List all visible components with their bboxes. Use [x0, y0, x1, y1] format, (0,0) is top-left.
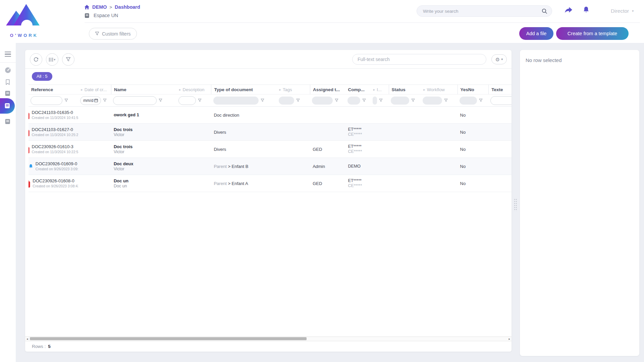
share-icon[interactable] [564, 7, 573, 15]
funnel-icon [66, 57, 71, 62]
add-file-button[interactable]: Add a file [519, 27, 553, 40]
filter-select-tags[interactable] [279, 97, 294, 105]
user-role-dropdown[interactable]: Director ▾ [611, 8, 634, 14]
sidebar-item-library-1[interactable] [5, 90, 11, 98]
column-header-workflow[interactable]: ▸Workflow [421, 85, 457, 94]
cell-description [176, 175, 211, 192]
filter-input-description[interactable] [178, 96, 196, 105]
filter-button[interactable] [62, 53, 74, 66]
cell-i [371, 107, 389, 123]
filter-funnel-icon[interactable] [411, 99, 415, 102]
cell-reference: DOC230926-01610-3Created on 11/3/2024 10… [29, 141, 78, 158]
notifications-bell-icon[interactable] [583, 6, 590, 15]
breadcrumb-root[interactable]: DEMO [92, 4, 107, 10]
filter-funnel-icon[interactable] [479, 99, 483, 102]
cell-status [389, 124, 421, 140]
column-header-type[interactable]: Type of document [211, 85, 276, 94]
scroll-left-arrow[interactable]: ◂ [26, 337, 28, 341]
filter-input-date[interactable]: mm/d [80, 96, 101, 105]
search-icon[interactable] [541, 8, 547, 15]
sidebar-item-dashboard[interactable] [5, 67, 11, 75]
cell-date [78, 175, 111, 192]
filter-funnel-icon[interactable] [261, 99, 264, 102]
filter-funnel-icon[interactable] [64, 99, 68, 102]
column-header-i[interactable]: ▸I... [371, 85, 389, 94]
table-row[interactable]: DOC230926-01610-3Created on 11/3/2024 10… [29, 141, 512, 158]
filter-funnel-icon[interactable] [444, 99, 448, 102]
column-header-description[interactable]: ▸Description [176, 85, 211, 94]
table-row[interactable]: DOC241103-01635-0Created on 11/3/2024 10… [29, 107, 512, 124]
filter-cell-status [389, 95, 421, 106]
filter-funnel-icon[interactable] [198, 99, 202, 102]
filter-funnel-icon[interactable] [362, 99, 366, 102]
filter-cell-company [345, 95, 371, 106]
filter-input-name[interactable] [113, 96, 157, 105]
filter-funnel-icon[interactable] [379, 99, 383, 102]
cell-company: ET*****CE***** [345, 124, 371, 140]
cell-tags [277, 141, 310, 158]
scrollbar-thumb[interactable] [30, 337, 307, 340]
column-header-company[interactable]: Comp... [345, 85, 371, 94]
sidebar-item-bookmarks[interactable] [5, 79, 11, 86]
filter-select-status[interactable] [391, 97, 409, 105]
filter-cell-i [371, 95, 389, 106]
filter-input-texte[interactable] [490, 96, 512, 105]
pdf-file-icon [29, 145, 30, 154]
cell-name: Doc deuxVictor [111, 158, 176, 175]
sidebar-item-library-2[interactable] [5, 119, 11, 126]
cell-name: Doc troisVictor [111, 141, 176, 158]
pdf-file-icon [29, 128, 30, 136]
filter-select-yesno[interactable] [460, 97, 477, 105]
chevron-down-icon: ▾ [501, 58, 503, 61]
home-icon[interactable] [84, 5, 90, 10]
table-row[interactable]: DOC241103-01627-0Created on 11/3/2024 10… [29, 124, 512, 141]
column-header-status[interactable]: Status [389, 85, 421, 94]
settings-gear-button[interactable]: ⚙ ▾ [491, 54, 507, 64]
column-label: Status [392, 87, 406, 92]
column-header-tags[interactable]: ▸Tags [277, 85, 310, 94]
column-header-reference[interactable]: Reference [29, 85, 78, 94]
filter-cell-description [176, 95, 211, 106]
filter-cell-yesno [458, 95, 489, 106]
column-label: Comp... [348, 87, 365, 92]
filter-input-reference[interactable] [31, 96, 62, 105]
filter-select-assigned[interactable] [312, 97, 333, 105]
column-header-yesno[interactable]: YesNo [458, 85, 489, 94]
cell-company: ET*****CE***** [345, 141, 371, 158]
column-header-name[interactable]: Name [111, 85, 176, 94]
scroll-right-arrow[interactable]: ▸ [508, 337, 510, 341]
fulltext-search-input[interactable]: Full-text search [352, 54, 486, 65]
book-icon [5, 119, 11, 124]
sidebar-item-documents-active[interactable] [0, 98, 15, 114]
horizontal-scrollbar[interactable]: ◂ ▸ [25, 337, 512, 341]
menu-toggle-button[interactable] [5, 52, 11, 58]
cell-i [371, 175, 389, 192]
cell-name: owork ged 1 [111, 107, 176, 123]
panel-resize-handle[interactable] [514, 198, 517, 211]
filter-select-type[interactable] [213, 97, 259, 105]
table-row[interactable]: DOC230926-01608-0Created on 9/26/2023 3:… [29, 175, 512, 192]
filter-select-i[interactable] [373, 97, 377, 105]
owork-logo[interactable]: O'WORK [5, 2, 44, 42]
breadcrumb-current[interactable]: Dashboard [115, 4, 140, 10]
filter-select-workflow[interactable] [423, 97, 442, 105]
cell-status [389, 175, 421, 192]
global-search-input[interactable]: Write your search [417, 5, 552, 17]
cell-yesno: No [458, 175, 489, 192]
filter-funnel-icon[interactable] [159, 99, 162, 102]
filter-funnel-icon[interactable] [103, 99, 107, 102]
create-template-button[interactable]: Create from a template [556, 27, 629, 40]
custom-filters-button[interactable]: Custom filters [89, 28, 137, 40]
cell-company: ET*****CE***** [345, 175, 371, 192]
refresh-button[interactable] [30, 53, 42, 66]
filter-select-company[interactable] [347, 97, 360, 105]
tab-all-badge[interactable]: All : 5 [32, 72, 52, 81]
column-header-texte[interactable]: Texte [488, 85, 512, 94]
filter-funnel-icon[interactable] [296, 99, 300, 102]
column-header-assigned[interactable]: Assigned t... [310, 85, 345, 94]
filter-funnel-icon[interactable] [335, 99, 338, 102]
breadcrumb: DEMO > Dashboard [84, 4, 140, 10]
column-header-date[interactable]: ▸Date of cr... [78, 85, 111, 94]
columns-button[interactable]: ▾ [46, 53, 58, 66]
table-row[interactable]: wDOC230926-01609-0Created on 9/26/2023 3… [29, 158, 512, 175]
